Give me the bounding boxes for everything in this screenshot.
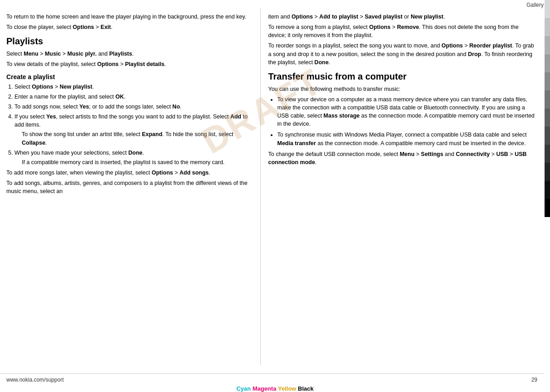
usb-para: To change the default USB connection mod… bbox=[268, 150, 537, 166]
bullet-1: To view your device on a computer as a m… bbox=[277, 95, 537, 128]
playlists-intro: Select Menu > Music > Music plyr. and Pl… bbox=[6, 50, 254, 58]
bullet-2: To synchronise music with Windows Media … bbox=[277, 131, 537, 147]
color-tab-4 bbox=[545, 54, 550, 72]
color-tab-1 bbox=[545, 0, 550, 18]
footer-website: www.nokia.com/support bbox=[6, 377, 64, 383]
playlists-detail: To view details of the playlist, select … bbox=[6, 60, 254, 68]
step-4: If you select Yes, select artists to fin… bbox=[14, 113, 254, 147]
color-tab-12 bbox=[545, 199, 550, 217]
cmyk-black-label: Black bbox=[298, 385, 314, 392]
remove-song-para: To remove a song from a playlist, select… bbox=[268, 23, 537, 39]
intro-para-1: To return to the home screen and leave t… bbox=[6, 13, 254, 21]
color-tabs bbox=[545, 0, 550, 392]
page-title: Gallery bbox=[526, 2, 544, 8]
color-tab-6 bbox=[545, 90, 550, 109]
step-3: To add songs now, select Yes; or to add … bbox=[14, 103, 254, 111]
color-tab-10 bbox=[545, 163, 550, 181]
color-tab-9 bbox=[545, 145, 550, 163]
cmyk-magenta-label: Magenta bbox=[253, 385, 277, 392]
transfer-intro: You can use the following methods to tra… bbox=[268, 85, 537, 93]
footer-page-number: 29 bbox=[531, 377, 537, 383]
cmyk-yellow-label: Yellow bbox=[278, 385, 296, 392]
right-column: item and Options > Add to playlist > Sav… bbox=[261, 8, 544, 365]
step-4-sub: To show the song list under an artist ti… bbox=[22, 130, 254, 146]
color-tab-11 bbox=[545, 181, 550, 199]
steps-list: Select Options > New playlist. Enter a n… bbox=[14, 83, 254, 166]
step-2: Enter a name for the playlist, and selec… bbox=[14, 93, 254, 101]
color-tab-3 bbox=[545, 36, 550, 54]
cmyk-bar: Cyan Magenta Yellow Black bbox=[0, 385, 550, 392]
content-wrapper: To return to the home screen and leave t… bbox=[0, 8, 544, 365]
color-tab-8 bbox=[545, 127, 550, 145]
color-tab-5 bbox=[545, 72, 550, 90]
color-tab-2 bbox=[545, 18, 550, 36]
add-songs-para-2: To add songs, albums, artists, genres, a… bbox=[6, 179, 254, 195]
playlists-heading: Playlists bbox=[6, 35, 254, 48]
left-column: To return to the home screen and leave t… bbox=[0, 8, 261, 365]
add-songs-para-1: To add more songs later, when viewing th… bbox=[6, 169, 254, 177]
cmyk-cyan-label: Cyan bbox=[236, 385, 251, 392]
step-1: Select Options > New playlist. bbox=[14, 83, 254, 91]
intro-para-2: To close the player, select Options > Ex… bbox=[6, 23, 254, 31]
footer: www.nokia.com/support 29 bbox=[0, 373, 544, 383]
reorder-para: To reorder songs in a playlist, select t… bbox=[268, 42, 537, 66]
transfer-heading: Transfer music from a computer bbox=[268, 70, 537, 83]
add-to-playlist-text: item and Options > Add to playlist > Sav… bbox=[268, 13, 537, 21]
color-tab-7 bbox=[545, 109, 550, 127]
transfer-bullets: To view your device on a computer as a m… bbox=[277, 95, 537, 147]
step-5-sub: If a compatible memory card is inserted,… bbox=[22, 158, 254, 166]
step-5: When you have made your selections, sele… bbox=[14, 149, 254, 166]
create-playlist-heading: Create a playlist bbox=[6, 72, 254, 81]
